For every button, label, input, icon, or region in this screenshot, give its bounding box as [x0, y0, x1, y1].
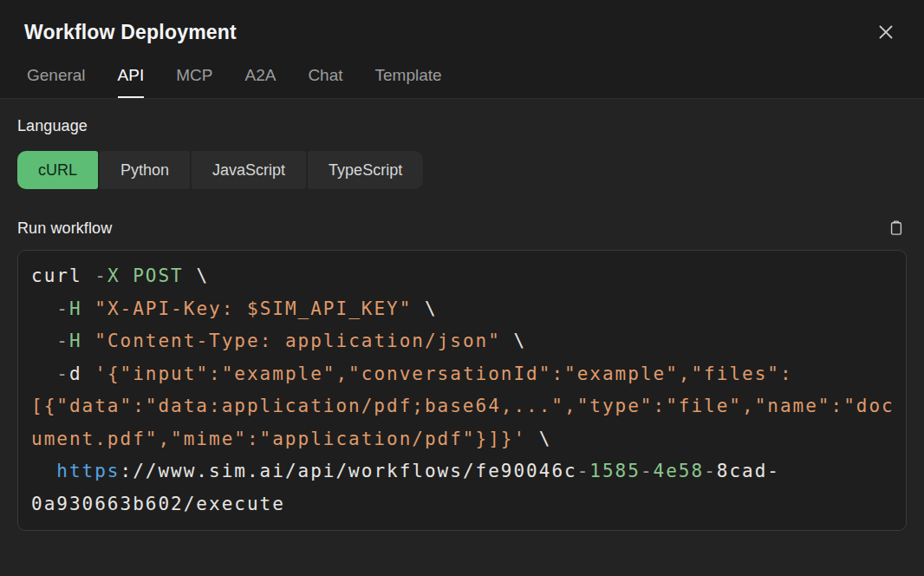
tab-a2a[interactable]: A2A — [244, 66, 276, 98]
language-option-curl[interactable]: cURL — [17, 151, 98, 189]
modal-header: Workflow Deployment GeneralAPIMCPA2AChat… — [0, 0, 924, 99]
run-workflow-label: Run workflow — [17, 219, 112, 238]
language-option-javascript[interactable]: JavaScript — [192, 151, 306, 189]
code-line: [{"data":"data:application/pdf;base64,..… — [31, 390, 893, 423]
code-line: ument.pdf","mime":"application/pdf"}]}' … — [31, 423, 893, 456]
code-line: -H "Content-Type: application/json" \ — [31, 325, 893, 358]
tab-bar: GeneralAPIMCPA2AChatTemplate — [24, 66, 900, 98]
page-title: Workflow Deployment — [24, 18, 237, 44]
language-option-typescript[interactable]: TypeScript — [308, 151, 423, 189]
tab-general[interactable]: General — [27, 66, 86, 98]
code-line: https://www.sim.ai/api/workflows/fe90046… — [31, 455, 893, 488]
language-option-python[interactable]: Python — [100, 151, 190, 189]
code-block[interactable]: curl -X POST \ -H "X-API-Key: $SIM_API_K… — [17, 250, 907, 531]
close-icon — [877, 23, 895, 41]
tab-chat[interactable]: Chat — [308, 66, 342, 98]
code-line: curl -X POST \ — [31, 260, 893, 293]
tab-mcp[interactable]: MCP — [176, 66, 212, 98]
modal-body: Language cURLPythonJavaScriptTypeScript … — [0, 99, 924, 576]
tab-template[interactable]: Template — [375, 66, 442, 98]
copy-button[interactable] — [886, 218, 907, 239]
workflow-deployment-modal: Workflow Deployment GeneralAPIMCPA2AChat… — [0, 0, 924, 576]
code-line: 0a930663b602/execute — [31, 488, 893, 521]
language-label: Language — [17, 117, 907, 135]
code-line: -H "X-API-Key: $SIM_API_KEY" \ — [31, 293, 893, 326]
close-button[interactable] — [874, 20, 898, 44]
clipboard-icon — [888, 219, 905, 237]
tab-api[interactable]: API — [118, 66, 145, 98]
code-line: -d '{"input":"example","conversationId":… — [31, 358, 893, 391]
language-selector: cURLPythonJavaScriptTypeScript — [17, 151, 907, 189]
